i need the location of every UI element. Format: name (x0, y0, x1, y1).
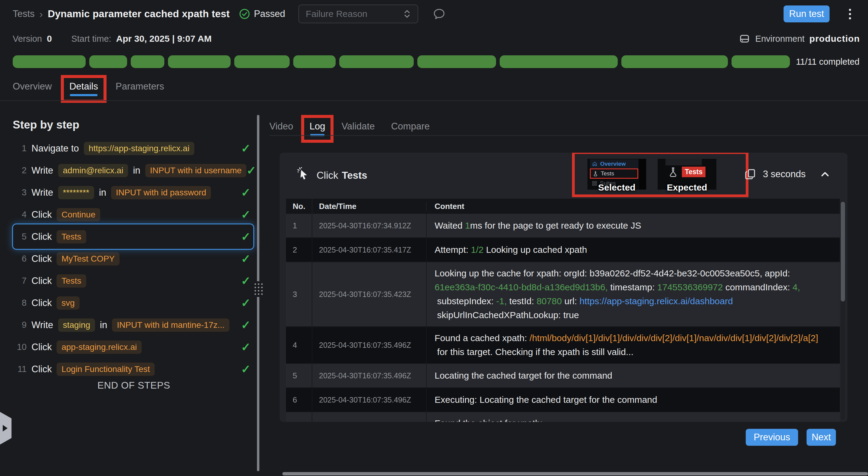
tab-video[interactable]: Video (269, 121, 293, 139)
progress-row: 11/11 completed (13, 55, 860, 68)
previous-button[interactable]: Previous (746, 429, 798, 446)
log-text-segment: 1/2 (471, 243, 484, 257)
step-target-chip[interactable]: Tests (57, 274, 86, 287)
log-text-segment: -1, (496, 294, 507, 308)
steps-panel-title: Step by step (13, 118, 79, 131)
steps-list: 1Navigate tohttps://app-staging.relicx.a… (13, 137, 255, 380)
selected-thumbnail[interactable]: Overview Tests Suites Selected (587, 159, 646, 190)
progress-completed-text: 11/11 completed (796, 57, 860, 67)
duration-text: 3 seconds (763, 169, 806, 180)
log-row-timestamp: 2025-04-30T16:07:35.496Z (312, 327, 426, 363)
step-target-chip[interactable]: Tests (57, 230, 86, 243)
log-step-target: Tests (342, 170, 367, 181)
step-target-chip[interactable]: INPUT with id password (111, 186, 211, 199)
top-bar-actions: Run test (783, 5, 853, 22)
log-text-segment: Found the object for xpath: (435, 416, 545, 422)
step-passed-check-icon: ✓ (241, 187, 251, 198)
log-table: No. Date/Time Content 12025-04-30T16:07:… (286, 199, 840, 422)
step-action-text: Click (31, 253, 52, 264)
step-action-text: Click (31, 275, 52, 286)
top-bar: Tests › Dynamic parameter cached xpath t… (0, 0, 868, 28)
log-text-segment: 4, (793, 280, 800, 294)
step-number: 4 (13, 210, 27, 219)
log-text-segment: testId: (507, 294, 536, 308)
run-test-button[interactable]: Run test (783, 5, 830, 22)
step-row[interactable]: 7ClickTests✓ (13, 270, 255, 292)
right-triangle-icon (3, 425, 7, 432)
step-row[interactable]: 9WritestaginginINPUT with id mantine-17z… (13, 314, 255, 336)
step-number: 9 (13, 320, 27, 330)
step-number: 2 (13, 165, 27, 175)
tab-details[interactable]: Details (69, 81, 98, 99)
log-row-number: 2 (286, 238, 312, 262)
tab-validate[interactable]: Validate (341, 121, 375, 139)
step-row[interactable]: 4ClickContinue✓ (13, 204, 255, 226)
step-target-chip[interactable]: https://app-staging.relicx.ai (84, 142, 194, 155)
log-row-number: 3 (286, 262, 312, 326)
step-row[interactable]: 8Clicksvg✓ (13, 292, 255, 314)
step-row[interactable]: 3Write********inINPUT with id password✓ (13, 181, 255, 204)
step-action-text: in (100, 320, 107, 331)
step-target-chip[interactable]: app-staging.relicx.ai (57, 341, 142, 354)
collapse-chevron-icon[interactable] (819, 171, 831, 178)
log-text-segment: timestamp: (608, 280, 657, 294)
step-target-chip[interactable]: ******** (58, 186, 94, 199)
tab-parameters[interactable]: Parameters (116, 81, 164, 99)
comment-bubble-icon[interactable] (432, 7, 446, 21)
log-text-segment: Looking up cached xpath (484, 243, 587, 257)
tab-compare[interactable]: Compare (391, 121, 430, 139)
step-target-chip[interactable]: MyTest COPY (57, 252, 120, 266)
log-row-content: Looking up the cache for xpath: orgId: b… (426, 262, 840, 326)
progress-segment (131, 55, 164, 68)
breadcrumb[interactable]: Tests (13, 8, 34, 19)
expected-label: Expected (667, 182, 707, 193)
kebab-menu-icon[interactable] (847, 7, 853, 21)
log-table-scrollbar[interactable] (841, 201, 845, 419)
step-target-chip[interactable]: INPUT with id mantine-17z... (112, 318, 229, 332)
sidebar-expander-arrow[interactable] (0, 412, 11, 445)
step-target-chip[interactable]: svg (57, 296, 80, 310)
log-tabs-divider (269, 135, 868, 136)
step-number: 8 (13, 298, 27, 308)
log-link[interactable]: https://app-staging.relicx.ai/dashboard (580, 294, 733, 308)
step-row[interactable]: 6ClickMyTest COPY✓ (13, 248, 255, 270)
expected-thumbnail[interactable]: Tests Expected (658, 159, 716, 190)
step-target-chip[interactable]: staging (58, 318, 95, 332)
tab-overview[interactable]: Overview (13, 81, 52, 99)
horizontal-scrollbar[interactable] (282, 472, 868, 475)
copy-icon[interactable] (744, 168, 757, 180)
step-row[interactable]: 2Writeadmin@relicx.aiinINPUT with id use… (13, 159, 255, 181)
next-button[interactable]: Next (807, 429, 836, 446)
progress-segment (500, 55, 618, 68)
environment-label: Environment (755, 34, 805, 44)
step-passed-check-icon: ✓ (246, 165, 256, 176)
panel-resize-handle[interactable] (253, 281, 264, 297)
step-passed-check-icon: ✓ (241, 275, 251, 287)
environment-group: Environment production (739, 33, 860, 45)
log-row-content: Attempt: 1/2 Looking up cached xpath (426, 238, 840, 262)
step-target-chip[interactable]: INPUT with id username (145, 164, 247, 177)
step-action-text: in (133, 165, 140, 176)
log-card: ClickTests Overview Tests (280, 153, 847, 422)
log-text-segment: commandIndex: (723, 280, 792, 294)
step-passed-check-icon: ✓ (241, 297, 251, 309)
main-tabs-divider (0, 100, 868, 101)
step-target-chip[interactable]: Continue (57, 208, 100, 222)
failure-reason-placeholder: Failure Reason (306, 9, 367, 19)
step-row[interactable]: 5ClickTests✓ (13, 226, 255, 248)
step-row[interactable]: 10Clickapp-staging.relicx.ai✓ (13, 336, 255, 358)
step-target-chip[interactable]: admin@relicx.ai (58, 164, 128, 177)
step-row[interactable]: 1Navigate tohttps://app-staging.relicx.a… (13, 137, 255, 159)
log-row-number: 6 (286, 388, 312, 412)
page-title: Dynamic parameter cached xpath test (48, 8, 230, 20)
environment-value: production (809, 34, 860, 44)
tab-log[interactable]: Log (310, 121, 326, 139)
progress-segment (234, 55, 290, 68)
status-badge: Passed (239, 8, 285, 20)
step-target-chip[interactable]: Login Functionality Test (57, 363, 155, 376)
log-row: 62025-04-30T16:07:35.496ZExecuting: Loca… (286, 388, 840, 412)
failure-reason-select[interactable]: Failure Reason (299, 4, 418, 23)
step-passed-check-icon: ✓ (241, 209, 251, 220)
step-row[interactable]: 11ClickLogin Functionality Test✓ (13, 358, 255, 380)
col-datetime: Date/Time (312, 199, 426, 214)
